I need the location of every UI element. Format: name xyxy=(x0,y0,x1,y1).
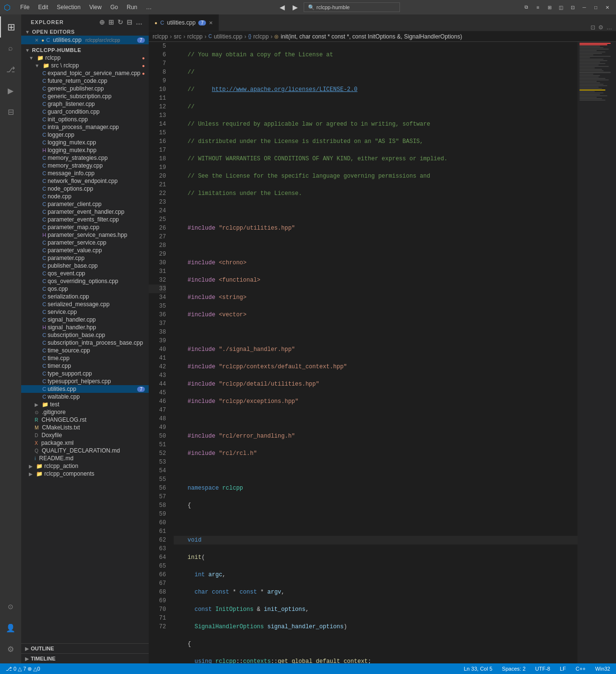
list-item[interactable]: C service.cpp xyxy=(21,308,149,316)
list-item[interactable]: H signal_handler.hpp xyxy=(21,324,149,331)
menu-file[interactable]: File xyxy=(16,3,33,12)
encoding[interactable]: UTF-8 xyxy=(533,663,552,674)
source-control-activity-icon[interactable]: ⎇ xyxy=(0,59,21,80)
breadcrumb-src[interactable]: src xyxy=(174,33,181,40)
list-item[interactable]: C parameter_map.cpp xyxy=(21,223,149,231)
list-item[interactable]: C generic_publisher.cpp xyxy=(21,85,149,92)
list-item[interactable]: C publisher_base.cpp xyxy=(21,262,149,270)
tree-rclcpp-root[interactable]: ▼ 📁 rclcpp ● xyxy=(21,54,149,62)
list-item[interactable]: C guard_condition.cpp xyxy=(21,108,149,116)
list-item[interactable]: C intra_process_manager.cpp xyxy=(21,123,149,131)
restore-button[interactable]: □ xyxy=(591,2,601,12)
refresh-icon[interactable]: ↻ xyxy=(117,18,124,26)
list-item[interactable]: ⊙ .gitignore xyxy=(21,408,149,416)
list-item[interactable]: D Doxyfile xyxy=(21,431,149,439)
new-file-icon[interactable]: ⊕ xyxy=(99,18,105,26)
layout-icon-1[interactable]: ⧉ xyxy=(522,2,531,12)
list-item[interactable]: C qos.cpp xyxy=(21,285,149,293)
list-item[interactable]: C serialized_message.cpp xyxy=(21,300,149,308)
line-ending[interactable]: LF xyxy=(558,663,568,674)
list-item[interactable]: C message_info.cpp xyxy=(21,169,149,177)
extensions-activity-icon[interactable]: ⊟ xyxy=(0,101,21,122)
rclcpp-humble-header[interactable]: ▼ RCLCPP-HUMBLE xyxy=(21,46,149,54)
menu-selection[interactable]: Selection xyxy=(53,3,84,12)
list-item[interactable]: C node.cpp xyxy=(21,193,149,200)
git-branch-status[interactable]: ⎇ 0 △ 7 ⊗ △0 xyxy=(4,663,42,674)
platform[interactable]: Win32 xyxy=(593,663,612,674)
breadcrumb-file[interactable]: utilities.cpp xyxy=(214,33,242,40)
minimize-button[interactable]: ─ xyxy=(579,2,589,12)
settings-activity-icon[interactable]: ⚙ xyxy=(0,638,21,660)
split-editor-icon[interactable]: ⊡ xyxy=(590,24,595,31)
list-item[interactable]: M CMakeLists.txt xyxy=(21,424,149,431)
list-item[interactable]: C logger.cpp xyxy=(21,131,149,139)
tree-test-folder[interactable]: ▶ 📁 test xyxy=(21,401,149,408)
remote-activity-icon[interactable]: ⊙ xyxy=(0,596,21,617)
menu-run[interactable]: Run xyxy=(123,3,141,12)
list-item[interactable]: C qos_overriding_options.cpp xyxy=(21,277,149,285)
list-item[interactable]: C network_flow_endpoint.cpp xyxy=(21,177,149,185)
list-item[interactable]: C future_return_code.cpp xyxy=(21,77,149,85)
breadcrumb-function[interactable]: init(int, char const * const *, const In… xyxy=(281,33,462,40)
code-view[interactable]: 56789 1011121314 1516171819 2021222324 2… xyxy=(149,42,578,663)
list-item[interactable]: C timer.cpp xyxy=(21,362,149,370)
language-mode[interactable]: C++ xyxy=(574,663,588,674)
menu-edit[interactable]: Edit xyxy=(34,3,52,12)
menu-view[interactable]: View xyxy=(85,3,105,12)
list-item[interactable]: C typesupport_helpers.cpp xyxy=(21,377,149,385)
menu-more[interactable]: … xyxy=(142,3,155,12)
list-item[interactable]: C node_options.cpp xyxy=(21,185,149,193)
list-item[interactable]: Q QUALITY_DECLARATION.md xyxy=(21,447,149,454)
list-item[interactable]: C serialization.cpp xyxy=(21,293,149,300)
tab-utilities-cpp[interactable]: ● C utilities.cpp 7 ✕ xyxy=(149,14,219,31)
list-item[interactable]: C parameter_events_filter.cpp xyxy=(21,216,149,223)
list-item[interactable]: C parameter_service.cpp xyxy=(21,239,149,246)
list-item[interactable]: C signal_handler.cpp xyxy=(21,316,149,324)
close-button[interactable]: ✕ xyxy=(603,2,612,12)
list-item[interactable]: X package.xml xyxy=(21,439,149,447)
timeline-header[interactable]: ▶ TIMELINE xyxy=(21,653,149,663)
list-item[interactable]: C waitable.cpp xyxy=(21,393,149,401)
tab-close-icon[interactable]: ✕ xyxy=(209,20,213,26)
layout-icon-5[interactable]: ⊡ xyxy=(568,2,578,12)
list-item[interactable]: C type_support.cpp xyxy=(21,370,149,377)
list-item[interactable]: C parameter_client.cpp xyxy=(21,200,149,208)
layout-icon-2[interactable]: ≡ xyxy=(533,2,543,12)
more-actions-icon[interactable]: ⚙ xyxy=(598,24,603,31)
open-editors-header[interactable]: ▼ OPEN EDITORS xyxy=(21,28,149,36)
list-item[interactable]: H parameter_service_names.hpp xyxy=(21,231,149,239)
list-item[interactable]: C expand_topic_or_service_name.cpp ● xyxy=(21,69,149,77)
cursor-position[interactable]: Ln 33, Col 5 xyxy=(462,663,494,674)
list-item[interactable]: C subscription_base.cpp xyxy=(21,331,149,339)
close-editor-icon[interactable]: ✕ xyxy=(35,38,38,43)
list-item[interactable]: C parameter_value.cpp xyxy=(21,246,149,254)
search-activity-icon[interactable]: ⌕ xyxy=(0,38,21,59)
outline-header[interactable]: ▶ OUTLINE xyxy=(21,643,149,653)
list-item[interactable]: C generic_subscription.cpp xyxy=(21,92,149,100)
list-item[interactable]: i README.md xyxy=(21,454,149,462)
breadcrumb-rclcpp[interactable]: rclcpp xyxy=(153,33,168,40)
debug-activity-icon[interactable]: ▶ xyxy=(0,80,21,101)
nav-back-button[interactable]: ◀ xyxy=(278,2,287,12)
collapse-icon[interactable]: ⊟ xyxy=(127,18,133,26)
explorer-activity-icon[interactable]: ⊞ xyxy=(0,16,21,38)
list-item[interactable]: C parameter.cpp xyxy=(21,254,149,262)
tree-src-rclcpp[interactable]: ▼ 📁 src \ rclcpp ● xyxy=(21,62,149,69)
breadcrumb-rclcpp2[interactable]: rclcpp xyxy=(187,33,203,40)
list-item[interactable]: H logging_mutex.hpp xyxy=(21,146,149,154)
search-bar[interactable]: 🔍 rclcpp-humble xyxy=(304,2,400,12)
list-item[interactable]: C init_options.cpp xyxy=(21,116,149,123)
new-folder-icon[interactable]: ⊞ xyxy=(108,18,115,26)
code-text[interactable]: // You may obtain a copy of the License … xyxy=(170,42,578,663)
list-item[interactable]: C time.cpp xyxy=(21,354,149,362)
list-item[interactable]: C memory_strategy.cpp xyxy=(21,162,149,169)
tree-utilities-cpp[interactable]: C utilities.cpp 7 xyxy=(21,385,149,393)
list-item[interactable]: C parameter_event_handler.cpp xyxy=(21,208,149,216)
tab-actions-icon[interactable]: … xyxy=(606,24,612,31)
list-item[interactable]: C memory_strategies.cpp xyxy=(21,154,149,162)
breadcrumb-namespace[interactable]: rclcpp xyxy=(253,33,269,40)
tree-rclcpp-action[interactable]: ▶ 📁 rclcpp_action xyxy=(21,462,149,470)
list-item[interactable]: R CHANGELOG.rst xyxy=(21,416,149,424)
nav-forward-button[interactable]: ▶ xyxy=(291,2,300,12)
open-editor-item-utilities[interactable]: ✕ ● C utilities.cpp rclcpp\src\rclcpp 7 xyxy=(21,36,149,44)
